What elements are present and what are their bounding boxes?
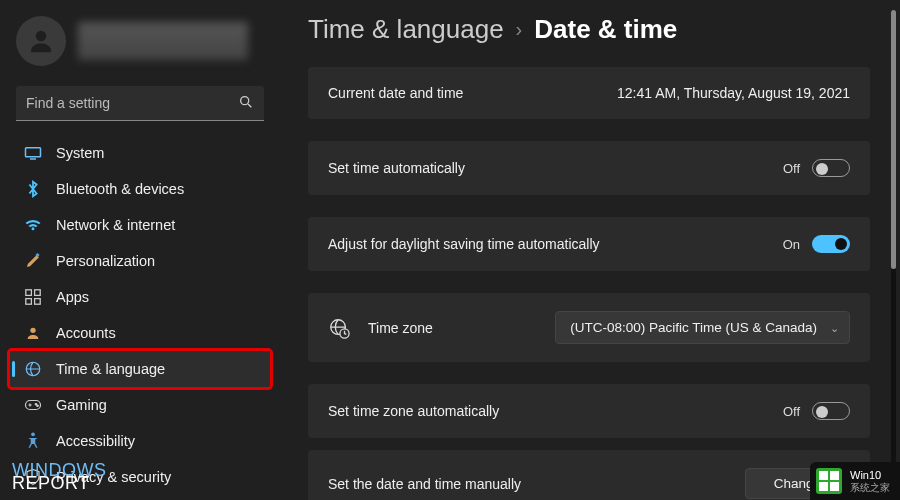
avatar [16,16,66,66]
sidebar-nav: System Bluetooth & devices Network & int… [10,135,270,495]
svg-rect-7 [35,290,41,296]
sidebar-item-label: Apps [56,289,89,305]
card-manual-datetime: Set the date and time manually Change [308,450,870,500]
sidebar-item-bluetooth[interactable]: Bluetooth & devices [10,171,270,207]
svg-rect-9 [35,299,41,305]
scrollbar-thumb[interactable] [891,10,896,269]
sidebar-item-label: Time & language [56,361,165,377]
sidebar-item-label: Gaming [56,397,107,413]
system-icon [24,144,42,162]
svg-point-16 [37,405,39,407]
breadcrumb-parent[interactable]: Time & language [308,14,504,45]
card-auto-time: Set time automatically Off [308,141,870,195]
sidebar-item-label: Accessibility [56,433,135,449]
sidebar-item-system[interactable]: System [10,135,270,171]
svg-point-0 [36,31,47,42]
profile-name-blurred [78,22,248,60]
timezone-label: Time zone [368,320,433,336]
chevron-right-icon: › [516,18,523,41]
person-icon [24,324,42,342]
breadcrumb: Time & language › Date & time [308,14,890,45]
dst-state: On [783,237,800,252]
sidebar-item-apps[interactable]: Apps [10,279,270,315]
timezone-value: (UTC-08:00) Pacific Time (US & Canada) [570,320,817,335]
gaming-icon [24,396,42,414]
search-box[interactable] [16,86,264,121]
auto-time-label: Set time automatically [328,160,465,176]
auto-time-toggle[interactable] [812,159,850,177]
windows-tile-icon [816,468,842,494]
card-dst: Adjust for daylight saving time automati… [308,217,870,271]
auto-timezone-toggle[interactable] [812,402,850,420]
auto-time-state: Off [783,161,800,176]
auto-timezone-state: Off [783,404,800,419]
current-datetime-value: 12:41 AM, Thursday, August 19, 2021 [617,85,850,101]
timezone-select[interactable]: (UTC-08:00) Pacific Time (US & Canada) ⌄ [555,311,850,344]
accessibility-icon [24,432,42,450]
bluetooth-icon [24,180,42,198]
card-auto-timezone: Set time zone automatically Off [308,384,870,438]
watermark-win10: Win10系统之家 [810,462,900,500]
watermark-windowsreport: WINDOWSREPORT [12,463,106,490]
brush-icon [24,252,42,270]
globe-clock-icon [24,360,42,378]
sidebar-item-label: Network & internet [56,217,175,233]
sidebar-item-time-language[interactable]: Time & language [10,351,270,387]
svg-line-2 [248,104,251,107]
svg-point-1 [241,97,249,105]
sidebar-item-accessibility[interactable]: Accessibility [10,423,270,459]
dst-label: Adjust for daylight saving time automati… [328,236,600,252]
svg-rect-8 [26,299,32,305]
auto-timezone-label: Set time zone automatically [328,403,499,419]
sidebar-item-label: Personalization [56,253,155,269]
current-datetime-label: Current date and time [328,85,463,101]
sidebar-item-gaming[interactable]: Gaming [10,387,270,423]
sidebar-item-accounts[interactable]: Accounts [10,315,270,351]
svg-point-17 [31,432,35,436]
sidebar-item-label: Bluetooth & devices [56,181,184,197]
svg-rect-6 [26,290,32,296]
search-input[interactable] [16,86,264,121]
dst-toggle[interactable] [812,235,850,253]
sidebar-item-label: Accounts [56,325,116,341]
card-current-datetime: Current date and time 12:41 AM, Thursday… [308,67,870,119]
chevron-down-icon: ⌄ [830,322,839,335]
search-icon [238,94,254,114]
apps-icon [24,288,42,306]
svg-point-15 [35,404,37,406]
card-timezone: Time zone (UTC-08:00) Pacific Time (US &… [308,293,870,362]
sidebar-item-label: System [56,145,104,161]
scrollbar[interactable] [891,10,896,480]
wifi-icon [24,216,42,234]
svg-point-10 [30,328,35,333]
profile-block[interactable] [10,10,270,72]
globe-icon [328,317,350,339]
sidebar-item-network[interactable]: Network & internet [10,207,270,243]
page-title: Date & time [534,14,677,45]
svg-rect-3 [26,148,41,157]
manual-datetime-label: Set the date and time manually [328,476,521,492]
sidebar-item-personalization[interactable]: Personalization [10,243,270,279]
